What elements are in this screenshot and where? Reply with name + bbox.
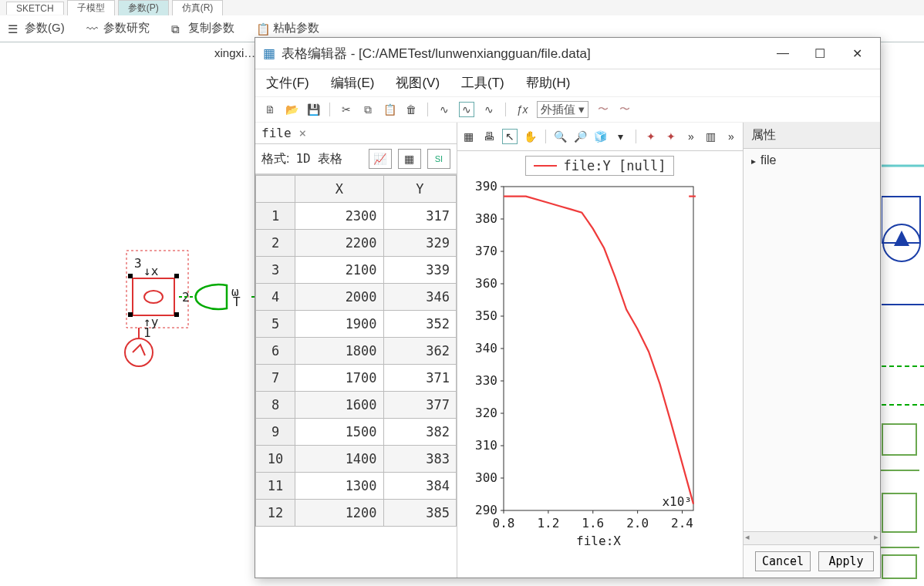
row-header[interactable]: 8 [256,392,295,419]
data-cell[interactable]: 2100 [295,257,384,284]
spline1-icon[interactable]: ∿ [437,103,451,116]
cmd-param-study[interactable]: 〰参数研究 [86,21,150,35]
spline3-icon[interactable]: ∿ [482,103,496,116]
extrap-dropdown[interactable]: 外插值▾ [537,101,588,118]
table-row[interactable]: 51900352 [256,311,457,338]
data-table[interactable]: X Y 123003172220032932100339420003465190… [255,175,457,527]
menu-edit[interactable]: 编辑(E) [331,74,375,92]
table-row[interactable]: 111300384 [256,473,457,500]
table-row[interactable]: 91500382 [256,419,457,446]
chart-zoomout-icon[interactable]: 🔎 [574,130,588,143]
save-icon[interactable]: 💾 [306,103,320,116]
chart-layout-icon[interactable]: ▥ [704,130,718,143]
row-header[interactable]: 2 [256,230,295,257]
data-cell[interactable]: 362 [383,338,456,365]
data-cell[interactable]: 317 [383,203,456,230]
sine2-icon[interactable]: 〜 [618,103,632,116]
cmd-paste-params[interactable]: 📋粘帖参数 [256,21,319,35]
data-cell[interactable]: 2000 [295,284,384,311]
data-cell[interactable]: 1600 [295,392,384,419]
open-icon[interactable]: 📂 [285,103,298,116]
menu-tools[interactable]: 工具(T) [461,74,504,92]
row-header[interactable]: 4 [256,284,295,311]
chart-cursor-icon[interactable]: ↖ [502,129,518,144]
data-cell[interactable]: 371 [383,365,456,392]
data-cell[interactable]: 1700 [295,365,384,392]
table-row[interactable]: 22200329 [256,230,457,257]
data-cell[interactable]: 382 [383,419,456,446]
table-row[interactable]: 42000346 [256,284,457,311]
data-cell[interactable]: 346 [383,284,456,311]
menu-help[interactable]: 帮助(H) [526,74,571,92]
chart-cube-icon[interactable]: 🧊 [594,130,608,143]
copy-icon[interactable]: ⧉ [361,103,375,116]
new-icon[interactable]: 🗎 [263,103,277,116]
row-header[interactable]: 11 [256,473,295,500]
chart-marker1-icon[interactable]: ✦ [644,130,658,143]
menu-file[interactable]: 文件(F) [266,74,309,92]
data-cell[interactable]: 1900 [295,311,384,338]
table-row[interactable]: 121200385 [256,500,457,527]
si-mode-icon[interactable]: SI [427,149,450,169]
data-cell[interactable]: 2300 [295,203,384,230]
data-cell[interactable]: 384 [383,473,456,500]
chart-plot[interactable]: 2903003103203303403503603703803900.81.21… [462,179,738,573]
data-cell[interactable]: 383 [383,446,456,473]
data-cell[interactable]: 329 [383,230,456,257]
table-row[interactable]: 71700371 [256,365,457,392]
grid-mode-icon[interactable]: ▦ [398,149,421,169]
spline2-icon[interactable]: ∿ [459,102,474,117]
row-header[interactable]: 9 [256,419,295,446]
col-header-x[interactable]: X [295,176,384,203]
chart-marker2-icon[interactable]: ✦ [664,130,678,143]
table-row[interactable]: 101400383 [256,446,457,473]
data-cell[interactable]: 2200 [295,230,384,257]
menu-view[interactable]: 视图(V) [396,74,440,92]
row-header[interactable]: 6 [256,338,295,365]
data-cell[interactable]: 1400 [295,446,384,473]
data-cell[interactable]: 1500 [295,419,384,446]
ribbon-tab-sim[interactable]: 仿真(R) [172,0,224,15]
row-header[interactable]: 7 [256,365,295,392]
chart-print-icon[interactable]: 🖶 [482,130,496,143]
chart-zoomin-icon[interactable]: 🔍 [554,130,568,143]
chart-grab-icon[interactable]: ✋ [524,130,538,143]
row-header[interactable]: 10 [256,446,295,473]
table-row[interactable]: 61800362 [256,338,457,365]
apply-button[interactable]: Apply [818,551,874,571]
minimize-button[interactable]: — [767,41,798,66]
chart-chevron-icon[interactable]: ▾ [614,130,628,143]
table-row[interactable]: 12300317 [256,203,457,230]
row-header[interactable]: 3 [256,257,295,284]
chart-more-icon[interactable]: » [684,130,698,143]
row-header[interactable]: 1 [256,203,295,230]
chart-area[interactable]: file:Y [null] 29030031032033034035036037… [457,151,743,578]
delete-icon[interactable]: 🗑 [404,103,418,116]
paste-icon[interactable]: 📋 [383,103,396,116]
data-cell[interactable]: 1200 [295,500,384,527]
file-tab[interactable]: file × [255,123,457,144]
ribbon-tab-params[interactable]: 参数(P) [118,0,169,15]
ribbon-tab-sketch[interactable]: SKETCH [6,2,64,15]
data-cell[interactable]: 1300 [295,473,384,500]
data-table-wrap[interactable]: X Y 123003172220032932100339420003465190… [255,174,457,578]
data-cell[interactable]: 352 [383,311,456,338]
tree-root-label[interactable]: file [760,153,776,167]
tree-caret-icon[interactable]: ▸ [751,156,756,167]
chart-more2-icon[interactable]: » [724,130,738,143]
data-cell[interactable]: 339 [383,257,456,284]
data-cell[interactable]: 377 [383,392,456,419]
table-row[interactable]: 81600377 [256,392,457,419]
cancel-button[interactable]: Cancel [755,551,811,571]
data-cell[interactable]: 1800 [295,338,384,365]
chart-grid-icon[interactable]: ▦ [462,130,476,143]
cut-icon[interactable]: ✂ [339,103,353,116]
col-header-y[interactable]: Y [383,176,456,203]
maximize-button[interactable]: ☐ [804,41,835,66]
table-row[interactable]: 32100339 [256,257,457,284]
ribbon-tab-submodel[interactable]: 子模型 [67,0,115,15]
properties-tree[interactable]: ▸file [744,149,880,531]
row-header[interactable]: 12 [256,500,295,527]
sine-icon[interactable]: 〜 [596,103,610,116]
dialog-titlebar[interactable]: ▦ 表格编辑器 - [C:/AMETest/lunwenxiangguan/fi… [255,38,880,69]
